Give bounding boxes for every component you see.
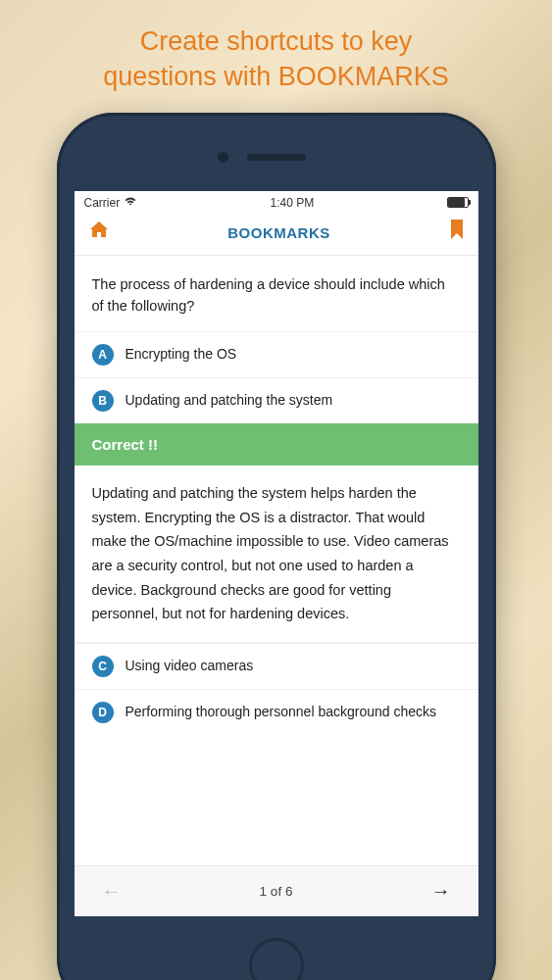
home-icon[interactable] <box>88 220 110 245</box>
pager: ← 1 of 6 → <box>75 865 478 916</box>
option-text: Updating and patching the system <box>125 391 333 411</box>
answer-option[interactable]: D Performing thorough personnel backgrou… <box>75 689 478 735</box>
status-time: 1:40 PM <box>270 196 314 210</box>
next-arrow-icon[interactable]: → <box>431 880 451 903</box>
option-letter-badge: A <box>92 344 114 366</box>
pager-position: 1 of 6 <box>260 884 293 899</box>
wifi-icon <box>124 195 137 210</box>
promo-line1: Create shortcuts to key <box>140 26 413 56</box>
status-right <box>447 197 469 208</box>
option-letter-badge: B <box>92 390 114 412</box>
answer-option[interactable]: A Encrypting the OS <box>75 331 478 377</box>
content-area: The process of hardening a device should… <box>75 256 478 865</box>
promo-headline: Create shortcuts to key questions with B… <box>0 0 552 95</box>
answer-option[interactable]: C Using video cameras <box>75 643 478 689</box>
carrier-label: Carrier <box>84 196 121 210</box>
answer-option[interactable]: B Updating and patching the system <box>75 377 478 423</box>
bookmark-icon[interactable] <box>449 220 465 245</box>
option-letter-badge: C <box>92 656 114 677</box>
option-letter-badge: D <box>92 702 114 723</box>
phone-home-button <box>249 938 304 980</box>
battery-icon <box>447 197 469 208</box>
status-left: Carrier <box>84 195 138 210</box>
option-text: Encrypting the OS <box>125 345 237 365</box>
app-header: BOOKMARKS <box>75 212 478 256</box>
correct-banner: Correct !! <box>75 423 478 466</box>
promo-line2: questions with BOOKMARKS <box>103 62 449 91</box>
option-text: Using video cameras <box>125 657 254 676</box>
page-title: BOOKMARKS <box>227 224 330 241</box>
prev-arrow-icon[interactable]: ← <box>102 880 122 903</box>
phone-body: Carrier 1:40 PM BOOKMARKS <box>57 113 496 980</box>
explanation-text: Updating and patching the system helps h… <box>75 466 478 643</box>
status-bar: Carrier 1:40 PM <box>75 191 478 212</box>
option-text: Performing thorough personnel background… <box>125 703 437 722</box>
phone-speaker <box>247 154 306 161</box>
phone-camera <box>218 152 228 163</box>
question-text: The process of hardening a device should… <box>75 256 478 331</box>
phone-mockup: Carrier 1:40 PM BOOKMARKS <box>57 113 496 980</box>
app-screen: Carrier 1:40 PM BOOKMARKS <box>75 191 478 916</box>
